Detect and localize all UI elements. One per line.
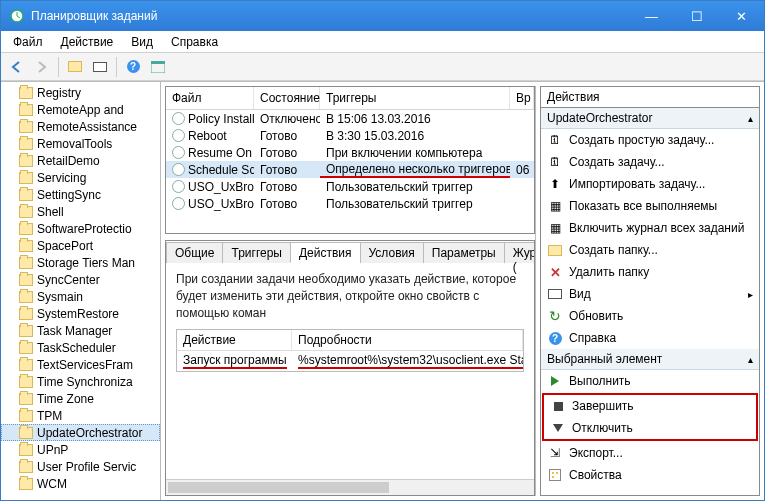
col-triggers[interactable]: Триггеры: [320, 87, 510, 109]
action-export[interactable]: ⇲Экспорт...: [541, 442, 759, 464]
toolbar-help-icon[interactable]: ?: [121, 56, 145, 78]
tree-label: Storage Tiers Man: [37, 256, 135, 270]
tree-node[interactable]: Storage Tiers Man: [1, 254, 160, 271]
menu-action[interactable]: Действие: [53, 32, 122, 52]
tab[interactable]: Общие: [166, 242, 223, 263]
task-row[interactable]: USO_UxBrok...ГотовоПользовательский триг…: [166, 195, 534, 212]
menubar: Файл Действие Вид Справка: [1, 31, 764, 53]
tree-node[interactable]: Time Synchroniza: [1, 373, 160, 390]
tree-node[interactable]: Time Zone: [1, 390, 160, 407]
menu-view[interactable]: Вид: [123, 32, 161, 52]
action-item[interactable]: ⬆Импортировать задачу...: [541, 173, 759, 195]
tree-node[interactable]: Sysmain: [1, 288, 160, 305]
tree-node[interactable]: SpacePort: [1, 237, 160, 254]
tree-node[interactable]: RemoteApp and: [1, 101, 160, 118]
export-icon: ⇲: [547, 445, 563, 461]
action-icon: ✕: [547, 264, 563, 280]
tree-label: TaskScheduler: [37, 341, 116, 355]
tree-node[interactable]: TextServicesFram: [1, 356, 160, 373]
action-item[interactable]: 🗓Создать задачу...: [541, 151, 759, 173]
minimize-button[interactable]: —: [629, 1, 674, 31]
task-row[interactable]: Schedule ScanГотовоОпределено несколько …: [166, 161, 534, 178]
col-state[interactable]: Состояние: [254, 87, 320, 109]
tree-node[interactable]: RemovalTools: [1, 135, 160, 152]
tree-node[interactable]: Servicing: [1, 169, 160, 186]
tree-panel[interactable]: RegistryRemoteApp andRemoteAssistanceRem…: [1, 82, 161, 500]
col-details[interactable]: Подробности: [292, 330, 523, 350]
section-selected[interactable]: Выбранный элемент▴: [541, 349, 759, 370]
folder-icon: [19, 206, 33, 218]
tree-node[interactable]: SyncCenter: [1, 271, 160, 288]
section-folder[interactable]: UpdateOrchestrator▴: [541, 108, 759, 129]
task-row[interactable]: Resume On ...ГотовоПри включении компьют…: [166, 144, 534, 161]
toolbar-folder-icon[interactable]: [63, 56, 87, 78]
col-action[interactable]: Действие: [177, 330, 292, 350]
tree-node[interactable]: SettingSync: [1, 186, 160, 203]
action-item[interactable]: Создать папку...: [541, 239, 759, 261]
tree-node[interactable]: TPM: [1, 407, 160, 424]
action-icon: ⬆: [547, 176, 563, 192]
disable-icon: [550, 420, 566, 436]
action-icon: ▦: [547, 198, 563, 214]
action-item[interactable]: ▦Включить журнал всех заданий: [541, 217, 759, 239]
action-item[interactable]: ▦Показать все выполняемы: [541, 195, 759, 217]
tab[interactable]: Действия: [290, 242, 361, 263]
tree-label: Time Zone: [37, 392, 94, 406]
tab[interactable]: Параметры: [423, 242, 505, 263]
back-button[interactable]: [5, 56, 29, 78]
tree-node[interactable]: RetailDemo: [1, 152, 160, 169]
tree-node[interactable]: UpdateOrchestrator: [1, 424, 160, 441]
tree-node[interactable]: SoftwareProtectio: [1, 220, 160, 237]
action-icon: 🗓: [547, 154, 563, 170]
grid-header: Файл Состояние Триггеры Вр: [166, 87, 534, 110]
stop-icon: [550, 398, 566, 414]
folder-icon: [19, 104, 33, 116]
action-end[interactable]: Завершить: [544, 395, 756, 417]
action-run[interactable]: Выполнить: [541, 370, 759, 392]
forward-button[interactable]: [30, 56, 54, 78]
maximize-button[interactable]: ☐: [674, 1, 719, 31]
tree-label: UPnP: [37, 443, 68, 457]
tree-node[interactable]: UPnP: [1, 441, 160, 458]
action-item[interactable]: 🗓Создать простую задачу...: [541, 129, 759, 151]
tab[interactable]: Триггеры: [222, 242, 291, 263]
tree-node[interactable]: RemoteAssistance: [1, 118, 160, 135]
action-help[interactable]: ?Справка: [541, 327, 759, 349]
toolbar-pane-icon[interactable]: [146, 56, 170, 78]
refresh-icon: ↻: [547, 308, 563, 324]
task-row[interactable]: USO_UxBrok...ГотовоПользовательский триг…: [166, 178, 534, 195]
action-disable[interactable]: Отключить: [544, 417, 756, 439]
tree-label: SyncCenter: [37, 273, 100, 287]
task-row[interactable]: Policy InstallОтключеноВ 15:06 13.03.201…: [166, 110, 534, 127]
h-scrollbar[interactable]: [166, 479, 534, 495]
tree-node[interactable]: Task Manager: [1, 322, 160, 339]
action-refresh[interactable]: ↻Обновить: [541, 305, 759, 327]
action-row[interactable]: Запуск программы %systemroot%\system32\u…: [177, 351, 523, 371]
details-tabs: ОбщиеТриггерыДействияУсловияПараметрыЖур…: [165, 240, 535, 496]
tab[interactable]: Журнал (: [504, 242, 535, 263]
folder-icon: [19, 461, 33, 473]
folder-icon: [19, 376, 33, 388]
tree-node[interactable]: TaskScheduler: [1, 339, 160, 356]
tree-label: SpacePort: [37, 239, 93, 253]
menu-file[interactable]: Файл: [5, 32, 51, 52]
tree-node[interactable]: User Profile Servic: [1, 458, 160, 475]
tree-node[interactable]: WCM: [1, 475, 160, 492]
action-item[interactable]: ✕Удалить папку: [541, 261, 759, 283]
tree-node[interactable]: SystemRestore: [1, 305, 160, 322]
folder-icon: [19, 325, 33, 337]
close-button[interactable]: ✕: [719, 1, 764, 31]
action-properties[interactable]: Свойства: [541, 464, 759, 486]
tree-label: SystemRestore: [37, 307, 119, 321]
task-row[interactable]: RebootГотовоВ 3:30 15.03.2016: [166, 127, 534, 144]
menu-help[interactable]: Справка: [163, 32, 226, 52]
action-view[interactable]: Вид▸: [541, 283, 759, 305]
tree-node[interactable]: Registry: [1, 84, 160, 101]
col-file[interactable]: Файл: [166, 87, 254, 109]
clock-icon: [172, 146, 185, 159]
col-time[interactable]: Вр: [510, 87, 534, 109]
window-title: Планировщик заданий: [31, 9, 629, 23]
tab[interactable]: Условия: [360, 242, 424, 263]
tree-node[interactable]: Shell: [1, 203, 160, 220]
toolbar-view-icon[interactable]: [88, 56, 112, 78]
